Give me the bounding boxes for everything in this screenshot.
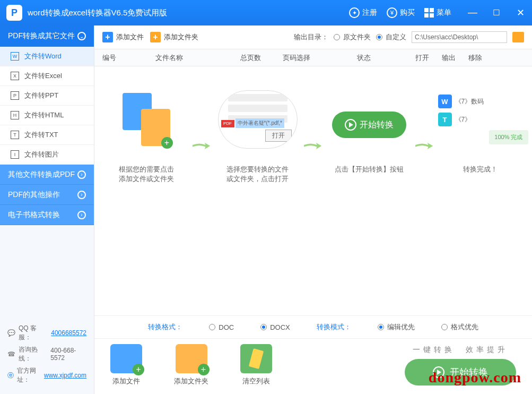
sidebar-item-label: 文件转Word [24, 52, 62, 61]
txt-chip-icon: T [438, 113, 452, 126]
site-label: 官方网址： [17, 366, 41, 384]
broom-icon [240, 344, 272, 373]
col-index: 编号 [102, 53, 155, 63]
qq-label: QQ 客服： [19, 324, 48, 342]
result-file-1: 《7》数码 [455, 97, 484, 106]
done-badge: 100% 完成 [489, 130, 528, 144]
format-options: 转换格式： DOC DOCX 转换模式： 编辑优先 格式优先 [94, 315, 532, 338]
hint-text: 一键转换 效率提升 [405, 345, 516, 355]
add-folder-button[interactable]: +添加文件夹 [150, 32, 198, 42]
radio-label: DOCX [270, 323, 290, 331]
sidebar-item-txt[interactable]: T文件转TXT [0, 125, 94, 145]
start-btn-label: 开始转换 [450, 366, 488, 379]
radio-label: 原文件夹 [343, 32, 371, 42]
radio-label: DOC [219, 323, 234, 331]
sidebar-item-html[interactable]: H文件转HTML [0, 106, 94, 125]
step-4-text: 转换完成！ [434, 165, 527, 174]
radio-custom-folder[interactable]: 自定义 [376, 32, 406, 42]
chevron-down-icon: ⌄ [77, 32, 86, 40]
toolbar: +添加文件 +添加文件夹 输出目录： 原文件夹 自定义 [94, 25, 532, 49]
big-add-folder-button[interactable]: 添加文件夹 [174, 344, 208, 386]
step-2-text: 选择您要转换的文件 或文件夹，点击打开 [211, 165, 304, 184]
plus-icon: + [150, 32, 161, 42]
mini-filename: 中外著名疑*(*.pdf,* [236, 118, 284, 128]
big-clear-label: 清空列表 [242, 377, 270, 385]
site-link[interactable]: www.xjpdf.com [44, 372, 86, 379]
radio-edit-priority[interactable]: 编辑优先 [378, 322, 415, 332]
txt-icon: T [11, 131, 19, 139]
sidebar-item-excel[interactable]: X文件转Excel [0, 66, 94, 86]
app-title: word转换成excel转换器V6.5免费试用版 [28, 8, 349, 18]
sidebar-section-other-to-pdf[interactable]: 其他文件转换成PDF› [0, 165, 94, 185]
play-icon [345, 119, 356, 131]
radio-docx[interactable]: DOCX [260, 322, 290, 332]
radio-label: 编辑优先 [387, 322, 415, 332]
sidebar-item-word[interactable]: W文件转Word [0, 47, 94, 66]
output-label: 输出目录： [294, 32, 328, 42]
qq-icon: 💬 [7, 329, 15, 337]
radio-original-folder[interactable]: 原文件夹 [334, 32, 371, 42]
format-label: 转换格式： [148, 322, 182, 332]
html-icon: H [11, 111, 19, 119]
sidebar-item-label: 文件转Excel [24, 71, 62, 81]
add-file-button[interactable]: +添加文件 [102, 32, 144, 42]
ppt-icon: P [11, 91, 19, 100]
step-2: PDF中外著名疑*(*.pdf,*打开 选择您要转换的文件 或文件夹，点击打开 [211, 82, 304, 184]
hotline-value: 400-668-5572 [50, 347, 86, 362]
radio-icon [378, 324, 384, 330]
radio-icon [209, 324, 215, 330]
phone-icon: ☎ [7, 350, 15, 358]
menu-grid-icon [424, 8, 434, 18]
yen-icon: ¥ [387, 7, 397, 18]
sidebar-section-label: 其他文件转换成PDF [8, 170, 75, 179]
result-file-2: 《7》 [455, 115, 472, 124]
excel-icon: X [11, 72, 19, 80]
word-icon: W [11, 52, 19, 61]
hotline-label: 咨询热线： [19, 345, 47, 363]
col-open: 打开 [415, 53, 442, 63]
menu-button[interactable]: 菜单 [424, 8, 451, 18]
step-4: W《7》数码 T《7》 100% 完成 转换完成！ [434, 82, 527, 174]
browse-folder-button[interactable] [512, 32, 524, 42]
start-btn-label: 开始转换 [360, 119, 394, 131]
start-convert-illustration-icon: 开始转换 [332, 112, 406, 138]
radio-format-priority[interactable]: 格式优先 [441, 322, 478, 332]
col-status: 状态 [357, 53, 415, 63]
sidebar-header-label: PDF转换成其它文件 [8, 31, 75, 41]
play-icon [433, 366, 444, 378]
qq-link[interactable]: 4006685572 [51, 329, 86, 337]
word-chip-icon: W [438, 95, 452, 108]
radio-label: 自定义 [386, 32, 406, 42]
add-file-label: 添加文件 [116, 32, 144, 42]
table-header: 编号 文件名称 总页数 页码选择 状态 打开 输出 移除 [94, 49, 532, 66]
result-illustration-icon: W《7》数码 T《7》 100% 完成 [438, 90, 523, 149]
col-filename: 文件名称 [155, 53, 240, 63]
main-panel: +添加文件 +添加文件夹 输出目录： 原文件夹 自定义 编号 文件名称 总页数 … [94, 25, 532, 394]
output-path-input[interactable] [412, 31, 507, 43]
sidebar-footer: 💬QQ 客服：4006685572 ☎咨询热线：400-668-5572 ⓔ官方… [0, 318, 94, 394]
sidebar-item-ppt[interactable]: P文件转PPT [0, 86, 94, 106]
sidebar-item-label: 文件转HTML [24, 110, 64, 120]
sidebar-item-image[interactable]: I文件转图片 [0, 145, 94, 165]
register-button[interactable]: ✦注册 [349, 7, 377, 18]
maximize-button[interactable]: □ [491, 7, 502, 19]
empty-state: 根据您的需要点击 添加文件或文件夹 PDF中外著名疑*(*.pdf,*打开 选择… [94, 66, 532, 315]
bottom-bar: 添加文件 添加文件夹 清空列表 一键转换 效率提升 开始转换 [94, 338, 532, 394]
radio-doc[interactable]: DOC [209, 322, 234, 332]
radio-icon [376, 34, 382, 40]
start-convert-button[interactable]: 开始转换 [405, 359, 516, 386]
minimize-button[interactable]: — [467, 7, 478, 19]
buy-button[interactable]: ¥购买 [387, 7, 415, 18]
folder-plus-icon [176, 344, 207, 373]
big-clear-button[interactable]: 清空列表 [240, 344, 272, 386]
add-folder-label: 添加文件夹 [164, 32, 198, 42]
close-button[interactable]: ✕ [515, 7, 526, 19]
big-add-file-button[interactable]: 添加文件 [110, 344, 142, 386]
col-remove: 移除 [468, 53, 495, 63]
sidebar-header-pdf-to-other[interactable]: PDF转换成其它文件 ⌄ [0, 25, 94, 47]
sidebar-section-pdf-ops[interactable]: PDF的其他操作› [0, 185, 94, 205]
image-icon: I [11, 150, 19, 159]
app-logo-icon: P [6, 5, 22, 21]
sidebar-section-ebook[interactable]: 电子书格式转换› [0, 205, 94, 225]
file-dialog-illustration-icon: PDF中外著名疑*(*.pdf,*打开 [218, 90, 298, 149]
